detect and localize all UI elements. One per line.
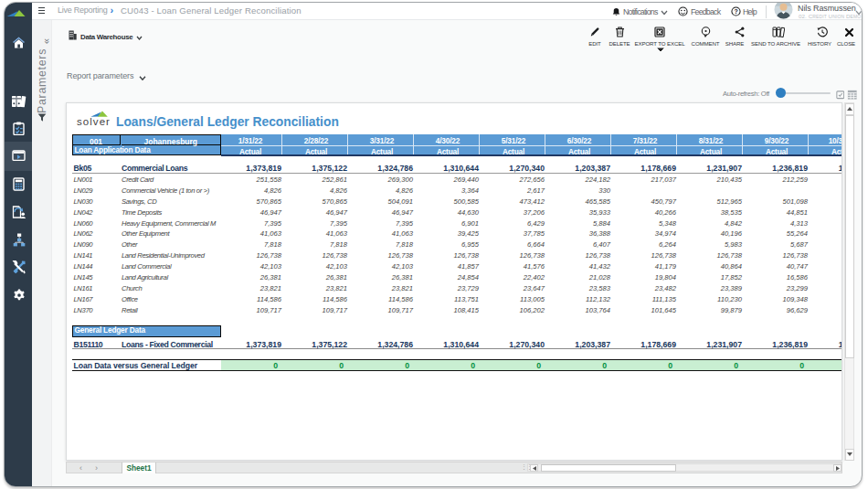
svg-text:?: ?	[734, 8, 737, 15]
